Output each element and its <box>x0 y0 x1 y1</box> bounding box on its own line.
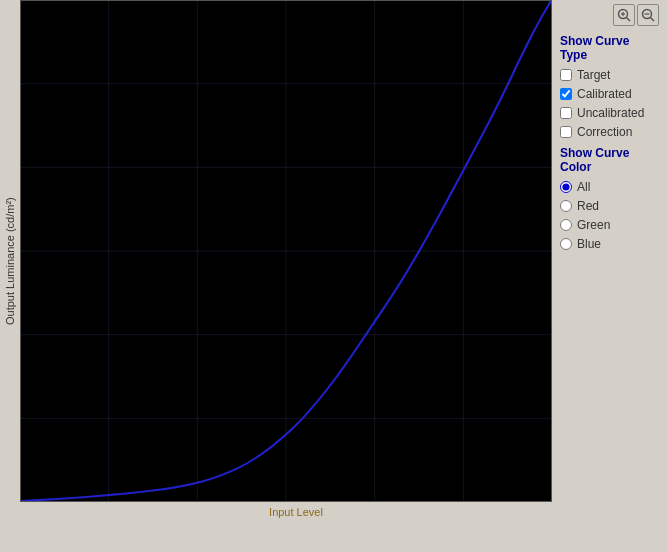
panel-toolbar <box>560 4 659 26</box>
checkbox-calibrated-input[interactable] <box>560 88 572 100</box>
checkbox-target[interactable]: Target <box>560 68 659 82</box>
chart-canvas <box>20 0 552 502</box>
checkbox-uncalibrated[interactable]: Uncalibrated <box>560 106 659 120</box>
radio-red-label: Red <box>577 199 599 213</box>
checkbox-calibrated[interactable]: Calibrated <box>560 87 659 101</box>
checkbox-uncalibrated-label: Uncalibrated <box>577 106 644 120</box>
checkbox-uncalibrated-input[interactable] <box>560 107 572 119</box>
radio-green[interactable]: Green <box>560 218 659 232</box>
svg-line-15 <box>651 18 655 22</box>
radio-red-input[interactable] <box>560 200 572 212</box>
radio-red[interactable]: Red <box>560 199 659 213</box>
radio-blue-input[interactable] <box>560 238 572 250</box>
radio-all-input[interactable] <box>560 181 572 193</box>
checkbox-target-input[interactable] <box>560 69 572 81</box>
radio-green-input[interactable] <box>560 219 572 231</box>
show-curve-color-title: Show Curve Color <box>560 146 659 174</box>
checkbox-calibrated-label: Calibrated <box>577 87 632 101</box>
radio-all-label: All <box>577 180 590 194</box>
show-curve-type-title: Show Curve Type <box>560 34 659 62</box>
x-axis-label: Input Level <box>40 502 552 522</box>
radio-blue-label: Blue <box>577 237 601 251</box>
radio-all[interactable]: All <box>560 180 659 194</box>
radio-green-label: Green <box>577 218 610 232</box>
checkbox-correction[interactable]: Correction <box>560 125 659 139</box>
svg-line-11 <box>627 18 631 22</box>
zoom-fit-button[interactable] <box>637 4 659 26</box>
right-panel: Show Curve Type Target Calibrated Uncali… <box>552 0 667 552</box>
checkbox-correction-input[interactable] <box>560 126 572 138</box>
y-axis-label: Output Luminance (cd/m²) <box>0 0 20 522</box>
zoom-in-button[interactable] <box>613 4 635 26</box>
checkbox-target-label: Target <box>577 68 610 82</box>
radio-blue[interactable]: Blue <box>560 237 659 251</box>
checkbox-correction-label: Correction <box>577 125 632 139</box>
chart-area: Output Luminance (cd/m²) <box>0 0 552 552</box>
